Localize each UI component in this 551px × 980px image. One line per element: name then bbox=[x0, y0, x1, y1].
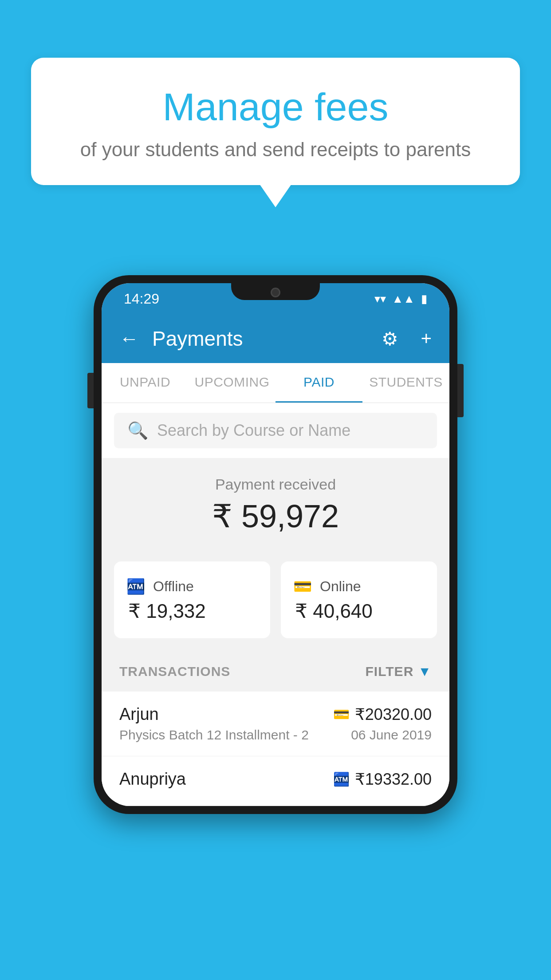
payment-summary: Payment received ₹ 59,972 bbox=[102, 458, 449, 561]
course-info: Physics Batch 12 Installment - 2 bbox=[119, 727, 309, 743]
cash-pay-icon: 🏧 bbox=[333, 771, 350, 787]
amount-row: 💳 ₹20320.00 bbox=[333, 705, 432, 724]
speech-bubble-wrapper: Manage fees of your students and send re… bbox=[31, 58, 520, 185]
tab-paid[interactable]: PAID bbox=[276, 363, 362, 403]
transactions-header: TRANSACTIONS FILTER ▼ bbox=[102, 652, 449, 692]
filter-icon: ▼ bbox=[418, 664, 432, 679]
student-name-2: Anupriya bbox=[119, 770, 186, 789]
front-camera bbox=[271, 288, 280, 297]
payment-received-label: Payment received bbox=[119, 476, 432, 493]
filter-button[interactable]: FILTER ▼ bbox=[366, 664, 432, 679]
phone-wrapper: 14:29 ▾▾ ▲▲ ▮ ← Payments ⚙ + UNPAID bbox=[94, 275, 457, 814]
online-card: 💳 Online ₹ 40,640 bbox=[281, 561, 437, 638]
search-icon: 🔍 bbox=[127, 421, 148, 440]
phone-screen: 14:29 ▾▾ ▲▲ ▮ ← Payments ⚙ + UNPAID bbox=[102, 283, 449, 806]
transaction-row-anupriya[interactable]: Anupriya 🏧 ₹19332.00 bbox=[102, 756, 449, 806]
offline-card-top: 🏧 Offline bbox=[126, 577, 194, 595]
online-card-top: 💳 Online bbox=[293, 577, 361, 595]
app-bar: ← Payments ⚙ + bbox=[102, 314, 449, 363]
gear-button[interactable]: ⚙ bbox=[382, 328, 398, 350]
transaction-row-arjun[interactable]: Arjun 💳 ₹20320.00 Physics Batch 12 Insta… bbox=[102, 692, 449, 756]
phone-notch bbox=[231, 283, 320, 300]
add-button[interactable]: + bbox=[421, 328, 432, 349]
phone-outer: 14:29 ▾▾ ▲▲ ▮ ← Payments ⚙ + UNPAID bbox=[94, 275, 457, 814]
online-label: Online bbox=[320, 578, 361, 595]
tab-students[interactable]: STUDENTS bbox=[362, 363, 449, 403]
filter-label: FILTER bbox=[366, 664, 414, 679]
status-icons: ▾▾ ▲▲ ▮ bbox=[374, 292, 427, 306]
offline-amount: ₹ 19,332 bbox=[126, 600, 206, 622]
wifi-icon: ▾▾ bbox=[374, 292, 386, 306]
online-icon: 💳 bbox=[293, 577, 312, 595]
page-title: Payments bbox=[152, 327, 368, 351]
transaction-row-bottom: Physics Batch 12 Installment - 2 06 June… bbox=[119, 727, 432, 743]
signal-icon: ▲▲ bbox=[392, 292, 415, 306]
online-amount: ₹ 40,640 bbox=[293, 600, 373, 622]
transaction-row-top-2: Anupriya 🏧 ₹19332.00 bbox=[119, 770, 432, 789]
speech-bubble-heading: Manage fees bbox=[67, 84, 484, 130]
amount-row-2: 🏧 ₹19332.00 bbox=[333, 770, 432, 789]
tab-upcoming[interactable]: UPCOMING bbox=[189, 363, 276, 403]
transaction-amount: ₹20320.00 bbox=[355, 705, 432, 724]
search-container: 🔍 Search by Course or Name bbox=[102, 403, 449, 458]
search-input[interactable]: Search by Course or Name bbox=[157, 421, 350, 440]
speech-bubble-subtext: of your students and send receipts to pa… bbox=[67, 138, 484, 161]
search-bar[interactable]: 🔍 Search by Course or Name bbox=[114, 413, 437, 448]
status-time: 14:29 bbox=[124, 291, 159, 307]
tab-unpaid[interactable]: UNPAID bbox=[102, 363, 189, 403]
card-pay-icon: 💳 bbox=[333, 707, 350, 722]
tabs-bar: UNPAID UPCOMING PAID STUDENTS bbox=[102, 363, 449, 403]
transactions-label: TRANSACTIONS bbox=[119, 664, 230, 679]
date-info: 06 June 2019 bbox=[351, 727, 432, 743]
payment-total-amount: ₹ 59,972 bbox=[119, 498, 432, 535]
speech-bubble: Manage fees of your students and send re… bbox=[31, 58, 520, 185]
payment-cards: 🏧 Offline ₹ 19,332 💳 Online ₹ 40,640 bbox=[102, 561, 449, 652]
back-button[interactable]: ← bbox=[119, 328, 139, 350]
transaction-row-top: Arjun 💳 ₹20320.00 bbox=[119, 705, 432, 724]
offline-label: Offline bbox=[153, 578, 194, 595]
offline-card: 🏧 Offline ₹ 19,332 bbox=[114, 561, 270, 638]
student-name: Arjun bbox=[119, 705, 159, 724]
offline-icon: 🏧 bbox=[126, 577, 145, 595]
battery-icon: ▮ bbox=[421, 292, 427, 306]
transaction-amount-2: ₹19332.00 bbox=[355, 770, 432, 789]
